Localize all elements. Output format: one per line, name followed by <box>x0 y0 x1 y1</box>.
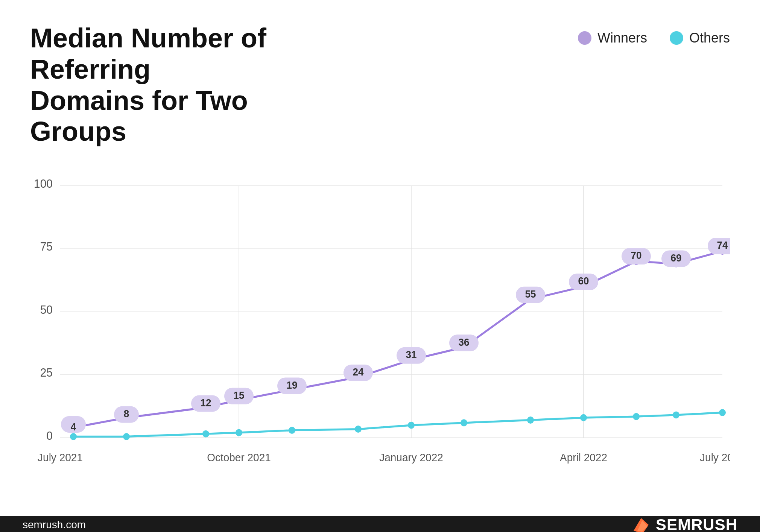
svg-text:36: 36 <box>459 336 470 348</box>
svg-point-59 <box>202 430 209 438</box>
svg-text:100: 100 <box>34 177 53 191</box>
svg-point-58 <box>123 433 130 440</box>
header-area: Median Number of Referring Domains for T… <box>30 23 730 147</box>
footer-url: semrush.com <box>23 519 86 531</box>
chart-title: Median Number of Referring Domains for T… <box>30 23 293 147</box>
svg-text:70: 70 <box>631 250 642 261</box>
winners-label: Winners <box>597 30 647 46</box>
svg-text:8: 8 <box>124 408 129 420</box>
svg-text:July 2021: July 2021 <box>38 451 83 464</box>
winners-dot <box>578 31 591 45</box>
svg-point-69 <box>719 409 726 416</box>
svg-text:60: 60 <box>578 275 589 287</box>
svg-text:15: 15 <box>234 389 245 401</box>
svg-text:0: 0 <box>46 429 53 442</box>
svg-text:55: 55 <box>525 289 536 300</box>
svg-text:October 2021: October 2021 <box>207 451 271 464</box>
svg-point-65 <box>527 416 534 424</box>
semrush-logo: SEMRUSH <box>632 516 737 532</box>
others-dot <box>670 31 683 45</box>
semrush-icon <box>632 517 651 532</box>
others-label: Others <box>689 30 730 46</box>
svg-text:69: 69 <box>671 252 682 264</box>
legend: Winners Others <box>578 23 730 46</box>
svg-text:24: 24 <box>353 366 364 378</box>
title-line2: Domains for Two Groups <box>30 85 248 147</box>
footer: semrush.com SEMRUSH <box>0 516 760 532</box>
svg-text:50: 50 <box>40 303 53 316</box>
svg-point-67 <box>633 413 640 420</box>
semrush-brand-text: SEMRUSH <box>656 516 737 532</box>
legend-item-winners: Winners <box>578 30 647 46</box>
chart-svg: 100 75 50 25 0 July 2021 October 2021 Ja… <box>30 162 730 501</box>
legend-item-others: Others <box>670 30 730 46</box>
svg-text:74: 74 <box>717 240 728 251</box>
chart-container: 100 75 50 25 0 July 2021 October 2021 Ja… <box>30 162 730 501</box>
svg-point-66 <box>580 414 587 421</box>
svg-text:July 2022: July 2022 <box>700 451 730 464</box>
svg-text:April 2022: April 2022 <box>560 451 607 464</box>
svg-text:January 2022: January 2022 <box>379 451 443 464</box>
svg-point-63 <box>408 422 415 429</box>
svg-point-64 <box>461 420 467 427</box>
main-content: Median Number of Referring Domains for T… <box>0 0 760 516</box>
svg-point-62 <box>355 426 362 433</box>
svg-point-57 <box>70 433 77 440</box>
svg-text:25: 25 <box>40 366 53 380</box>
svg-text:75: 75 <box>40 240 53 254</box>
svg-text:19: 19 <box>287 379 298 391</box>
svg-point-60 <box>236 429 242 436</box>
svg-point-68 <box>673 412 679 419</box>
svg-text:4: 4 <box>71 421 76 433</box>
title-line1: Median Number of Referring <box>30 23 266 84</box>
svg-text:12: 12 <box>201 397 211 409</box>
svg-point-61 <box>289 427 295 434</box>
svg-text:31: 31 <box>406 349 417 361</box>
